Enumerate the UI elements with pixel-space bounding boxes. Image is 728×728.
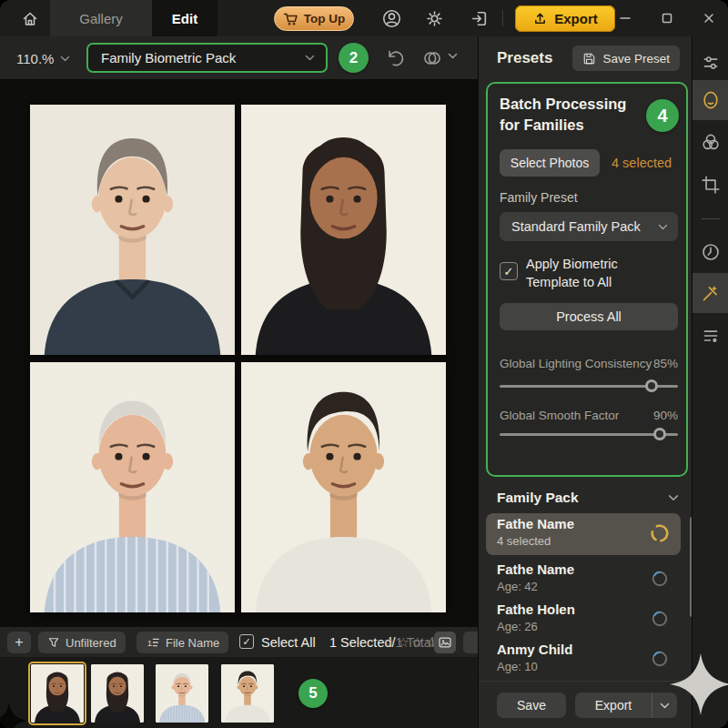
radio-icon[interactable]	[650, 569, 670, 589]
family-preset-label: Family Preset	[500, 190, 578, 205]
lighting-slider-label: Global Lighting Consistency	[500, 357, 652, 370]
chevron-down-icon	[658, 224, 668, 230]
sort-button[interactable]: 1 File Name	[136, 632, 228, 653]
compare-button[interactable]	[422, 48, 442, 68]
history-tool-button[interactable]	[701, 242, 721, 262]
star-icon[interactable]: ☆	[411, 634, 423, 651]
close-button[interactable]	[699, 9, 719, 27]
presets-header: Presets	[497, 49, 552, 67]
smooth-slider[interactable]	[500, 433, 678, 436]
check-icon: ✓	[504, 265, 514, 278]
family-preset-dropdown[interactable]: Standard Family Pack	[500, 212, 678, 241]
family-item-subtitle: Age: 10	[497, 660, 538, 673]
apply-template-label[interactable]: Apply Biometric Template to All	[526, 256, 673, 291]
thumbnail-2[interactable]	[91, 664, 144, 723]
profile-button[interactable]	[381, 8, 401, 28]
zoom-level-value: 110.%	[16, 51, 54, 66]
zoom-level-dropdown[interactable]: 110.%	[16, 36, 70, 80]
export-button[interactable]: Export	[515, 5, 615, 32]
lighting-slider[interactable]	[500, 385, 678, 388]
thumbnail-1-selected[interactable]	[31, 664, 84, 723]
presets-panel: Presets Save Preset Batch Processing for…	[478, 36, 692, 728]
photo-senior-man[interactable]	[30, 362, 235, 612]
toolbar-divider	[502, 10, 503, 26]
spinner-icon	[650, 523, 670, 543]
grid-view-button[interactable]	[463, 632, 478, 653]
batch-title: Batch Processing for Families	[500, 94, 645, 136]
channels-tool-button[interactable]	[701, 132, 721, 152]
crop-tool-button[interactable]	[701, 175, 721, 195]
chevron-down-icon[interactable]	[448, 53, 468, 73]
list-tool-button[interactable]	[701, 326, 721, 346]
top-bar: Gallery Edit Top Up Export	[0, 0, 728, 37]
select-all-checkbox[interactable]: ✓	[239, 634, 254, 649]
filmstrip: 5	[0, 657, 478, 728]
star-icon[interactable]: ☆	[397, 634, 409, 651]
export-main-button[interactable]: Export	[575, 693, 652, 718]
sort-icon: 1	[146, 635, 160, 650]
family-item-2[interactable]: Fathe Name Age: 42	[486, 559, 681, 599]
panel-footer: Save Export	[479, 681, 693, 728]
photo-canvas	[0, 80, 478, 626]
family-item-name: Fathe Name	[497, 516, 574, 531]
face-tool-button[interactable]	[701, 90, 721, 110]
star-icon[interactable]: ☆	[383, 634, 395, 651]
step-badge-4: 4	[646, 99, 679, 132]
family-item-3[interactable]: Fathe Holen Age: 26	[486, 599, 681, 639]
thumbnail-4[interactable]	[221, 664, 274, 723]
tab-gallery[interactable]: Gallery	[50, 0, 152, 36]
home-button[interactable]	[16, 7, 44, 31]
adjustments-tool-button[interactable]	[701, 53, 721, 73]
apply-template-checkbox[interactable]: ✓	[500, 262, 518, 280]
settings-button[interactable]	[424, 8, 444, 28]
minimize-button[interactable]	[615, 9, 635, 27]
radio-icon[interactable]	[650, 609, 670, 629]
slider-knob[interactable]	[653, 428, 666, 440]
photo-child[interactable]	[241, 362, 446, 612]
filter-button[interactable]: Unfiltered	[38, 632, 126, 653]
select-all-label[interactable]: Select All	[261, 627, 316, 657]
sparkle-decoration-icon	[670, 653, 728, 715]
radio-icon[interactable]	[650, 649, 670, 669]
thumbnail-3[interactable]	[156, 664, 208, 723]
family-item-1[interactable]: Fathe Name 4 selected	[486, 513, 681, 555]
retouch-tool-button[interactable]	[701, 283, 721, 303]
thumbnail-view-button[interactable]	[434, 632, 456, 653]
batch-processing-section: Batch Processing for Families 4 Select P…	[486, 82, 688, 477]
top-up-label: Top Up	[304, 12, 345, 25]
image-icon	[438, 635, 452, 650]
select-photos-button[interactable]: Select Photos	[500, 149, 600, 177]
family-item-4[interactable]: Anmy Child Age: 10	[486, 639, 681, 679]
reset-button[interactable]	[384, 48, 404, 68]
top-up-button[interactable]: Top Up	[274, 6, 354, 31]
slider-knob[interactable]	[645, 379, 658, 392]
sparkle-decoration-icon	[0, 703, 27, 728]
funnel-icon	[47, 636, 60, 649]
save-preset-label: Save Preset	[602, 52, 670, 66]
save-button[interactable]: Save	[497, 693, 566, 718]
photo-adult-woman[interactable]	[241, 105, 446, 355]
tools-sidebar	[692, 36, 728, 728]
sign-out-button[interactable]	[469, 8, 489, 28]
add-photo-button[interactable]: +	[7, 632, 31, 653]
tab-edit[interactable]: Edit	[152, 0, 217, 36]
check-icon: ✓	[242, 636, 250, 648]
save-preset-button[interactable]: Save Preset	[572, 46, 680, 71]
smooth-slider-value: 90%	[653, 409, 678, 422]
chevron-down-icon	[60, 56, 70, 62]
chevron-down-icon	[305, 55, 315, 61]
filmstrip-toolbar: + Unfiltered 1 File Name ✓ Select All 1 …	[0, 626, 478, 657]
maximize-button[interactable]	[657, 9, 677, 27]
svg-text:1: 1	[147, 638, 152, 648]
photo-adult-man[interactable]	[30, 105, 235, 355]
process-all-button[interactable]: Process All	[500, 303, 678, 330]
active-preset-dropdown[interactable]: Family Biometric Pack	[86, 43, 328, 73]
sidebar-divider	[702, 218, 720, 219]
family-pack-header[interactable]: Family Pack	[497, 490, 679, 506]
star-rating[interactable]: ☆ ☆ ☆ ☆	[383, 627, 438, 657]
home-icon	[20, 9, 40, 29]
chevron-down-icon	[668, 494, 679, 501]
family-item-name: Fathe Holen	[497, 602, 575, 617]
family-item-name: Fathe Name	[497, 561, 574, 577]
export-split-button[interactable]: Export	[575, 693, 677, 718]
